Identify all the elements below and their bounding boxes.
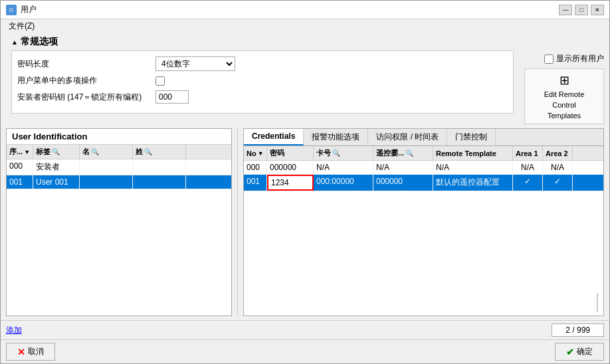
cell-lastname	[133, 175, 186, 189]
cancel-x-icon: ✕	[17, 347, 25, 357]
left-table-header: 序... ▼ 标签 🔍 名 🔍 姓 🔍	[7, 145, 231, 159]
password-length-row: 密码长度 4位数字	[17, 56, 508, 71]
cell-lastname	[133, 159, 186, 175]
tab-credentials[interactable]: Credentials	[244, 129, 304, 145]
cred-cell-remote: 000000	[373, 175, 433, 191]
card-search-icon[interactable]: 🔍	[332, 149, 340, 157]
edit-remote-line3: Templates	[548, 112, 581, 120]
remote-icon: ⊞	[559, 73, 569, 88]
edit-remote-button[interactable]: ⊞ Edit Remote Control Templates	[524, 68, 604, 124]
maximize-button[interactable]: □	[575, 5, 588, 15]
cred-cell-template: N/A	[433, 161, 513, 174]
tabs-bar: Credentials 报警功能选项 访问权限 / 时间表 门禁控制	[244, 129, 603, 146]
cred-cell-code: 000000	[267, 161, 314, 174]
section-title: 常规选项	[21, 36, 58, 48]
cred-cell-card: N/A	[314, 161, 373, 174]
cred-col-template: Remote Template	[433, 146, 513, 160]
table-row[interactable]: 001 User 001	[7, 175, 231, 189]
tab-access[interactable]: 访问权限 / 时间表	[368, 129, 447, 145]
col-lastname: 姓 🔍	[133, 145, 186, 159]
multi-action-label: 用户菜单中的多项操作	[17, 75, 150, 86]
credentials-content: No ▼ 密码 卡号 🔍 遥控霎... 🔍 Remo	[244, 146, 603, 316]
menu-bar: 文件(Z)	[1, 19, 609, 33]
page-info: 2 / 999	[552, 323, 604, 337]
cell-tag: User 001	[33, 175, 80, 189]
title-bar-left: ⊙ 用户	[6, 4, 37, 15]
file-menu[interactable]: 文件(Z)	[6, 20, 37, 32]
cred-row[interactable]: 000 000000 N/A N/A N/A N/A N/A	[244, 161, 603, 175]
cred-col-no: No ▼	[244, 146, 267, 160]
cred-cell-template: 默认的遥控器配置	[433, 175, 513, 191]
col-tag: 标签 🔍	[33, 145, 80, 159]
table-row[interactable]: 000 安装者	[7, 159, 231, 175]
tab-alarm[interactable]: 报警功能选项	[304, 129, 368, 145]
main-window: ⊙ 用户 — □ ✕ 文件(Z) 常规选项 密码长度 4位数字	[0, 0, 610, 364]
cred-table-body: 000 000000 N/A N/A N/A N/A N/A 001 1234 …	[244, 161, 603, 236]
remote-search-icon[interactable]: 🔍	[405, 149, 413, 157]
ok-label: 确定	[577, 346, 593, 357]
ok-cancel-bar: ✕ 取消 ✔ 确定	[1, 339, 609, 363]
cred-cell-area1: N/A	[513, 161, 543, 174]
cred-col-card: 卡号 🔍	[314, 146, 373, 160]
title-bar: ⊙ 用户 — □ ✕	[1, 1, 609, 19]
left-panel: User Identification 序... ▼ 标签 🔍 名 🔍 姓 🔍	[6, 128, 232, 316]
installer-code-label: 安装者密码钥 (147＝锁定所有编程)	[17, 92, 150, 103]
general-options-panel: 密码长度 4位数字 用户菜单中的多项操作 安装者密码钥 (147＝锁定所有编程)…	[11, 50, 514, 114]
no-sort-icon[interactable]: ▼	[24, 149, 30, 155]
cred-cell-card: 000:00000	[314, 175, 373, 191]
cred-no-sort-icon[interactable]: ▼	[258, 150, 264, 157]
panel-divider	[237, 128, 238, 316]
right-panel: Credentials 报警功能选项 访问权限 / 时间表 门禁控制 No ▼	[243, 128, 604, 316]
cred-cell-no: 000	[244, 161, 267, 174]
scroll-indicator	[597, 293, 598, 313]
cred-col-remote: 遥控霎... 🔍	[373, 146, 433, 160]
cred-cell-area2: ✓	[543, 175, 573, 191]
close-button[interactable]: ✕	[591, 5, 604, 15]
main-content: User Identification 序... ▼ 标签 🔍 名 🔍 姓 🔍	[6, 128, 604, 316]
cancel-button[interactable]: ✕ 取消	[6, 343, 55, 361]
cell-no: 000	[7, 159, 33, 175]
show-all-users-checkbox[interactable]	[544, 54, 554, 64]
password-length-select[interactable]: 4位数字	[155, 56, 235, 71]
edit-remote-line1: Edit Remote	[544, 90, 585, 98]
cred-cell-code-editing[interactable]: 1234	[267, 175, 314, 191]
lastname-search-icon[interactable]: 🔍	[144, 148, 152, 155]
tab-door[interactable]: 门禁控制	[447, 129, 496, 145]
cred-cell-remote: N/A	[373, 161, 433, 174]
ok-check-icon: ✔	[566, 347, 574, 357]
cred-cell-no: 001	[244, 175, 267, 191]
cancel-label: 取消	[28, 346, 44, 357]
multi-action-row: 用户菜单中的多项操作	[17, 75, 508, 86]
cred-col-code: 密码	[267, 146, 314, 160]
cred-cell-area1: ✓	[513, 175, 543, 191]
left-table-body: 000 安装者 001 User 001	[7, 159, 231, 316]
installer-code-row: 安装者密码钥 (147＝锁定所有编程) 000	[17, 90, 508, 104]
add-link[interactable]: 添加	[6, 325, 22, 336]
window-icon: ⊙	[6, 5, 17, 15]
window-title: 用户	[21, 4, 37, 15]
cell-no: 001	[7, 175, 33, 189]
minimize-button[interactable]: —	[559, 5, 572, 15]
tag-search-icon[interactable]: 🔍	[52, 148, 60, 155]
col-no: 序... ▼	[7, 145, 33, 159]
cred-cell-area2: N/A	[543, 161, 573, 174]
cell-firstname	[80, 175, 133, 189]
bottom-bar: 添加 2 / 999	[1, 320, 609, 339]
cell-firstname	[80, 159, 133, 175]
cell-tag: 安装者	[33, 159, 80, 175]
left-panel-header: User Identification	[7, 129, 231, 145]
edit-remote-line2: Control	[552, 101, 575, 109]
multi-action-checkbox[interactable]	[155, 76, 165, 86]
firstname-search-icon[interactable]: 🔍	[91, 148, 99, 155]
cred-table-header: No ▼ 密码 卡号 🔍 遥控霎... 🔍 Remo	[244, 146, 603, 161]
ok-button[interactable]: ✔ 确定	[555, 343, 604, 361]
show-all-users-label: 显示所有用户	[556, 53, 604, 64]
cred-row[interactable]: 001 1234 000:00000 000000 默认的遥控器配置 ✓ ✓	[244, 175, 603, 191]
cred-col-area2: Area 2	[543, 146, 573, 160]
title-bar-controls: — □ ✕	[559, 5, 604, 15]
installer-code-input[interactable]: 000	[155, 90, 189, 104]
top-right-block: 显示所有用户 ⊞ Edit Remote Control Templates	[524, 50, 604, 124]
col-firstname: 名 🔍	[80, 145, 133, 159]
cred-col-area1: Area 1	[513, 146, 543, 160]
section-header: 常规选项	[6, 33, 604, 50]
